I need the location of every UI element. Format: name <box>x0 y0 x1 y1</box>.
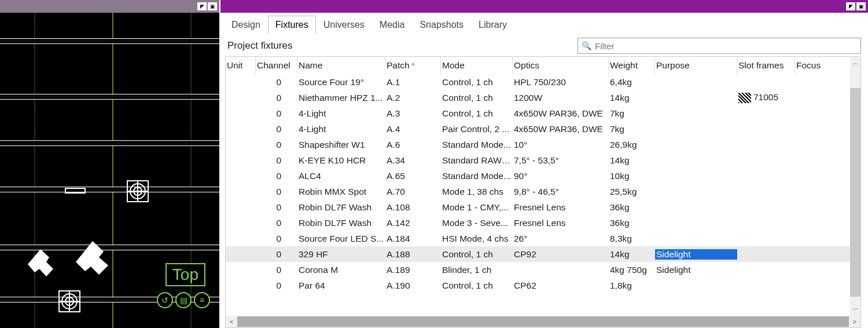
table-row[interactable]: 04-LightA.3Control, 1 ch4x650W PAR36, DW… <box>226 105 860 121</box>
cell-name: Robin MMX Spot <box>297 187 385 197</box>
cell-patch: A.188 <box>385 249 441 260</box>
cell-mode: Control, 1 ch <box>441 249 513 260</box>
cell-weight: 6,4kg <box>609 77 655 88</box>
cell-mode: Standard RAW ... <box>441 155 513 166</box>
popout-icon[interactable]: ▣ <box>856 2 866 10</box>
scroll-thumb[interactable] <box>237 316 849 327</box>
cell-ch: 0 <box>256 108 297 119</box>
cell-ch: 0 <box>256 140 297 150</box>
table-row[interactable]: 0Shapeshifter W1A.6Standard Mode...10°26… <box>226 137 860 152</box>
cell-weight: 10kg <box>609 171 655 181</box>
search-icon: 🔍 <box>582 41 591 50</box>
scroll-up-icon[interactable]: ︿ <box>852 57 859 69</box>
cell-mode: Standard Mode... <box>441 140 513 150</box>
fixture-table: UnitChannelNamePatch^ModeOpticsWeightPur… <box>225 56 861 328</box>
stage-top-view[interactable]: Top ↺ ▤ ≡ <box>0 13 219 328</box>
tab-universes[interactable]: Universes <box>316 16 372 34</box>
table-row[interactable]: 0Source Four LED S...A.184HSI Mode, 4 ch… <box>226 231 860 246</box>
undock-icon[interactable]: ◤ <box>197 2 207 10</box>
table-row[interactable]: 04-LightA.4Pair Control, 2 ...4x650W PAR… <box>226 121 860 137</box>
fixture-symbol[interactable] <box>126 180 149 203</box>
cell-mode: Mode 1, 38 chs <box>441 187 513 197</box>
column-header[interactable]: Slot frames <box>737 57 795 74</box>
cell-mode: Control, 1 ch <box>441 77 513 88</box>
column-header[interactable]: Patch^ <box>385 57 441 74</box>
cell-name: Par 64 <box>297 280 385 291</box>
filter-box[interactable]: 🔍 <box>578 38 861 54</box>
cell-mode: Control, 1 ch <box>441 280 513 291</box>
cell-optics: 7,5° - 53,5° <box>513 155 609 166</box>
column-header[interactable]: Purpose <box>655 57 737 74</box>
cell-purpose: Sidelight <box>655 265 737 275</box>
vertical-scrollbar[interactable]: ︿ ﹀ <box>850 57 860 316</box>
cell-mode: Mode 3 - Seve... <box>441 218 513 228</box>
table-row[interactable]: 0329 HFA.188Control, 1 chCP9214kgSidelig… <box>226 246 860 262</box>
fixture-symbol[interactable] <box>65 188 86 194</box>
tab-fixtures[interactable]: Fixtures <box>268 16 316 34</box>
undock-icon[interactable]: ◤ <box>846 2 855 10</box>
cell-weight: 36kg <box>609 218 655 228</box>
tab-library[interactable]: Library <box>471 16 514 34</box>
cell-name: Source Four 19° <box>297 77 385 88</box>
scroll-thumb[interactable] <box>850 88 860 297</box>
cell-weight: 25,5kg <box>609 187 655 197</box>
column-header[interactable]: Weight <box>609 57 655 74</box>
horizontal-scrollbar[interactable]: < > <box>226 316 860 327</box>
column-header[interactable]: Mode <box>441 57 513 74</box>
column-header[interactable]: Channel <box>256 57 297 74</box>
rotate-icon[interactable]: ↺ <box>157 292 173 308</box>
tab-design[interactable]: Design <box>224 16 268 34</box>
popout-icon[interactable]: ▣ <box>208 2 217 10</box>
cell-patch: A.142 <box>385 218 441 228</box>
cell-name: Corona M <box>297 265 385 275</box>
cell-weight: 7kg <box>609 124 655 134</box>
column-header[interactable]: Focus <box>795 57 830 74</box>
cell-optics: CP92 <box>513 249 609 260</box>
menu-icon[interactable]: ≡ <box>194 292 210 308</box>
table-row[interactable]: 0Robin MMX SpotA.70Mode 1, 38 chs9,8° - … <box>226 184 860 199</box>
table-row[interactable]: 0ALC4A.65Standard Mode...90°10kg <box>226 168 860 184</box>
cell-weight: 14kg <box>609 155 655 166</box>
scroll-left-icon[interactable]: < <box>226 318 237 325</box>
cell-mode: Standard Mode... <box>441 171 513 181</box>
sort-asc-icon: ^ <box>412 63 415 69</box>
table-row[interactable]: 0Robin DL7F WashA.108Mode 1 - CMY,...Fre… <box>226 199 860 215</box>
fixture-symbol[interactable] <box>17 245 64 291</box>
cell-patch: A.6 <box>385 140 441 150</box>
gobo-icon <box>738 93 751 103</box>
column-header[interactable]: Unit <box>226 57 256 74</box>
cell-patch: A.184 <box>385 234 441 244</box>
column-header[interactable]: Name <box>297 57 385 74</box>
layer-icon[interactable]: ▤ <box>175 292 192 308</box>
cell-purpose: Sidelight <box>655 249 737 260</box>
table-row[interactable]: 0Niethammer HPZ 1...A.2Control, 1 ch1200… <box>226 90 860 105</box>
cell-ch: 0 <box>256 93 297 103</box>
cell-patch: A.190 <box>385 280 441 291</box>
cell-weight: 4kg 750g <box>609 265 655 275</box>
table-row[interactable]: 0K-EYE K10 HCRA.34Standard RAW ...7,5° -… <box>226 152 860 168</box>
cell-mode: Blinder, 1 ch <box>441 265 513 275</box>
column-header[interactable]: Optics <box>513 57 609 74</box>
fixture-symbol[interactable] <box>58 290 81 313</box>
table-row[interactable]: 0Par 64A.190Control, 1 chCP621,8kg <box>226 278 860 293</box>
filter-input[interactable] <box>595 41 857 51</box>
table-row[interactable]: 0Corona MA.189Blinder, 1 ch4kg 750gSidel… <box>226 262 860 278</box>
cell-weight: 14kg <box>609 249 655 260</box>
tab-media[interactable]: Media <box>372 16 413 34</box>
cell-ch: 0 <box>256 202 297 213</box>
cell-mode: HSI Mode, 4 chs <box>441 234 513 244</box>
cell-name: Robin DL7F Wash <box>297 202 385 213</box>
tab-snapshots[interactable]: Snapshots <box>412 16 471 34</box>
scroll-down-icon[interactable]: ﹀ <box>852 304 859 316</box>
fixture-symbol[interactable] <box>67 238 119 290</box>
table-row[interactable]: 0Robin DL7F WashA.142Mode 3 - Seve...Fre… <box>226 215 860 231</box>
table-row[interactable]: 0Source Four 19°A.1Control, 1 chHPL 750/… <box>226 74 860 90</box>
cell-name: Niethammer HPZ 1... <box>297 93 385 103</box>
cell-optics: Fresnel Lens <box>513 202 609 213</box>
right-titlebar: ◤ ▣ <box>220 0 868 13</box>
scroll-right-icon[interactable]: > <box>849 318 860 325</box>
right-panel: ◤ ▣ DesignFixturesUniversesMediaSnapshot… <box>220 0 868 328</box>
cell-ch: 0 <box>256 280 297 291</box>
cell-optics: 26° <box>513 234 609 244</box>
cell-ch: 0 <box>256 171 297 181</box>
